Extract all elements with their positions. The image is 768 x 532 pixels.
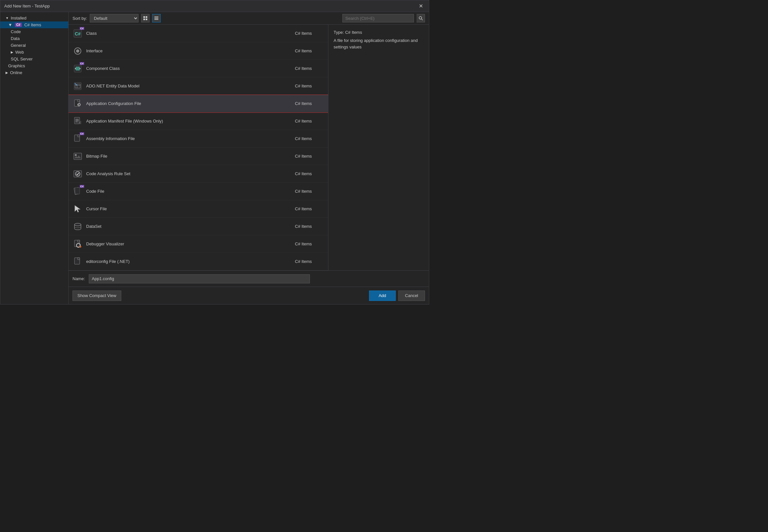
add-button[interactable]: Add	[369, 291, 396, 301]
svg-rect-33	[75, 188, 80, 194]
item-list[interactable]: C# C# Class C# Items	[69, 25, 328, 270]
list-item[interactable]: Debugger Visualizer C# Items	[69, 235, 328, 253]
item-category: C# Items	[295, 171, 324, 176]
item-icon-adonet	[72, 81, 83, 91]
detail-type: Type: C# Items	[333, 30, 424, 35]
sidebar-item-web[interactable]: ▶ Web	[0, 49, 68, 56]
svg-point-35	[74, 223, 81, 226]
search-input[interactable]	[342, 14, 414, 22]
add-new-item-dialog: Add New Item - TestApp ✕ ▼ Installed ▼ C…	[0, 0, 429, 305]
name-input[interactable]	[89, 274, 310, 283]
svg-rect-23	[78, 121, 81, 124]
list-item-selected[interactable]: Application Configuration File C# Items	[69, 95, 328, 112]
item-category: C# Items	[295, 154, 324, 159]
svg-rect-6	[154, 19, 158, 20]
type-label: Type:	[333, 30, 344, 35]
list-icon	[154, 16, 159, 20]
list-item[interactable]: editorconfig File (.NET) C# Items	[69, 253, 328, 270]
list-item[interactable]: Cursor File C# Items	[69, 200, 328, 218]
item-category: C# Items	[295, 206, 324, 211]
svg-rect-37	[78, 240, 80, 242]
list-item[interactable]: Application Manifest File (Windows Only)…	[69, 112, 328, 130]
svg-rect-3	[146, 19, 147, 20]
sidebar-item-sql[interactable]: SQL Server	[0, 56, 68, 62]
grid-view-button[interactable]	[141, 14, 150, 22]
svg-marker-34	[75, 205, 80, 212]
sidebar-csharp-label: C# Items	[24, 22, 41, 27]
name-bar: Name:	[69, 270, 429, 287]
item-name: Debugger Visualizer	[86, 241, 295, 246]
list-view-button[interactable]	[152, 14, 161, 22]
svg-rect-1	[146, 16, 147, 18]
item-icon-code-analysis	[72, 169, 83, 179]
content-area: ▼ Installed ▼ C# C# Items Code Data Gene…	[0, 12, 429, 304]
list-item[interactable]: Code Analysis Rule Set C# Items	[69, 165, 328, 183]
item-name: Interface	[86, 48, 295, 53]
list-item[interactable]: C# Component Class C# Items	[69, 60, 328, 77]
svg-rect-5	[154, 18, 158, 19]
sidebar-item-data[interactable]: Data	[0, 35, 68, 42]
expand-arrow-csharp: ▼	[8, 22, 12, 27]
item-name: Component Class	[86, 66, 295, 71]
svg-point-29	[75, 154, 77, 156]
list-detail-area: C# C# Class C# Items	[69, 25, 429, 270]
item-category: C# Items	[295, 189, 324, 194]
item-icon-bitmap	[72, 151, 83, 162]
item-name: Code Analysis Rule Set	[86, 171, 295, 176]
item-category: C# Items	[295, 119, 324, 123]
compact-view-button[interactable]: Show Compact View	[72, 291, 121, 301]
close-button[interactable]: ✕	[417, 3, 425, 9]
item-icon-dataset	[72, 221, 83, 232]
sidebar-item-graphics[interactable]: Graphics	[0, 62, 68, 69]
list-item[interactable]: Bitmap File C# Items	[69, 148, 328, 165]
sidebar-item-csharp[interactable]: ▼ C# C# Items	[0, 21, 68, 28]
sidebar-sql-label: SQL Server	[11, 57, 33, 61]
search-button[interactable]	[417, 14, 425, 22]
csharp-badge: C#	[15, 23, 22, 27]
type-value: C# Items	[345, 30, 362, 35]
svg-point-38	[79, 246, 81, 248]
sidebar-item-online[interactable]: ▶ Online	[0, 69, 68, 76]
detail-panel: Type: C# Items A file for storing applic…	[328, 25, 429, 270]
detail-description: A file for storing application configura…	[333, 37, 424, 50]
list-item[interactable]: C# C# Class C# Items	[69, 25, 328, 42]
dialog-title: Add New Item - TestApp	[4, 4, 50, 8]
item-icon-editorconfig	[72, 256, 83, 267]
expand-arrow-online: ▶	[6, 71, 8, 74]
sidebar-item-general[interactable]: General	[0, 42, 68, 49]
list-item[interactable]: DataSet C# Items	[69, 218, 328, 235]
svg-rect-2	[143, 19, 145, 20]
item-name: Cursor File	[86, 206, 295, 211]
svg-rect-25	[79, 123, 80, 123]
sidebar-online-label: Online	[10, 70, 22, 75]
list-item[interactable]: ADO.NET Entity Data Model C# Items	[69, 77, 328, 95]
item-category: C# Items	[295, 136, 324, 141]
main-area: Sort by: Default Name Type	[69, 12, 429, 304]
svg-rect-22	[75, 122, 78, 122]
svg-rect-28	[74, 153, 82, 160]
list-item[interactable]: C# Code File C# Items	[69, 183, 328, 200]
grid-icon	[143, 16, 148, 20]
svg-rect-24	[79, 122, 80, 123]
sidebar-item-installed[interactable]: ▼ Installed	[0, 15, 68, 21]
item-category: C# Items	[295, 224, 324, 229]
cancel-button[interactable]: Cancel	[398, 291, 425, 301]
item-name: DataSet	[86, 224, 295, 229]
expand-arrow-web: ▶	[11, 50, 13, 54]
action-buttons: Add Cancel	[369, 291, 425, 301]
item-category: C# Items	[295, 66, 324, 71]
item-category: C# Items	[295, 259, 324, 264]
title-bar: Add New Item - TestApp ✕	[0, 0, 429, 12]
item-name: editorconfig File (.NET)	[86, 259, 295, 264]
item-category: C# Items	[295, 84, 324, 88]
list-item[interactable]: Interface C# Items	[69, 42, 328, 60]
list-item[interactable]: C# Assembly Information File C# Items	[69, 130, 328, 148]
footer: Show Compact View Add Cancel	[69, 287, 429, 304]
svg-text:C#: C#	[75, 31, 81, 36]
item-name: Application Configuration File	[86, 101, 295, 106]
sort-select[interactable]: Default Name Type	[90, 14, 138, 22]
sidebar-item-code[interactable]: Code	[0, 28, 68, 35]
item-icon-component: C#	[72, 63, 83, 74]
svg-rect-20	[75, 119, 79, 120]
svg-rect-21	[75, 120, 79, 121]
